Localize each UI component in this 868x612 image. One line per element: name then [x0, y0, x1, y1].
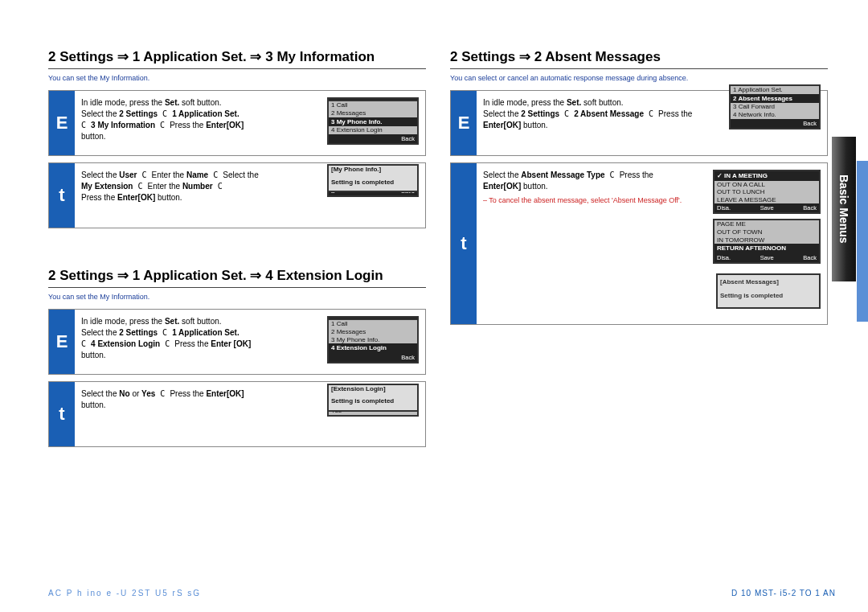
s2-step2-text: Select the No or Yes C Press the Enter[O… — [81, 388, 300, 440]
s2-step2: t Select the No or Yes C Press the Enter… — [48, 381, 426, 447]
step-side: E — [49, 91, 75, 155]
side-accent — [857, 161, 868, 322]
lcd-screen: [Extension Login] Setting is completed — [327, 384, 419, 412]
section2-title: 2 Settings ⇒ 1 Application Set. ⇒ 4 Exte… — [48, 267, 426, 288]
lcd-screen: [My Phone Info.] Setting is completed — [327, 164, 419, 192]
section2-blurb: You can set the My Information. — [48, 293, 426, 301]
s1-step2-text: Select the User C Enter the Name C Selec… — [81, 170, 300, 221]
s2-step1: E In idle mode, press the Set. soft butt… — [48, 309, 426, 375]
s1-step1: E In idle mode, press the Set. soft butt… — [48, 90, 426, 156]
lcd-screen: 1 Call 2 Messages 3 My Phone Info. 4 Ext… — [327, 318, 419, 363]
page-footer: AC P h ino e -U 2ST U5 rS sG D 10 MST- i… — [48, 589, 836, 598]
lcd-screen: PAGE ME OUT OF TOWN IN TOMORROW RETURN A… — [713, 219, 821, 263]
s3-step2-text: Select the Absent Message Type C Press t… — [483, 170, 686, 318]
step-side: E — [49, 310, 75, 374]
s3-step1-text: In idle mode, press the Set. soft button… — [483, 97, 702, 149]
section1-title: 2 Settings ⇒ 1 Application Set. ⇒ 3 My I… — [48, 48, 426, 69]
section1-blurb: You can set the My Information. — [48, 74, 426, 82]
lcd-screen: 1 Application Set. 2 Absent Messages 3 C… — [729, 84, 821, 129]
lcd-screen: [Absent Messages] Setting is completed — [716, 273, 821, 309]
s2-step1-text: In idle mode, press the Set. soft button… — [81, 316, 300, 368]
step-side: t — [49, 163, 75, 228]
cancel-note: – To cancel the absent message, select '… — [483, 195, 686, 206]
s3-step2: t Select the Absent Message Type C Press… — [450, 162, 828, 325]
footer-right: D 10 MST- i5-2 TO 1 AN — [731, 589, 836, 598]
footer-left: AC P h ino e -U 2ST U5 rS sG — [48, 589, 201, 598]
section3-title: 2 Settings ⇒ 2 Absent Messages — [450, 48, 828, 69]
section3-blurb: You can select or cancel an automatic re… — [450, 74, 828, 82]
step-side: t — [451, 163, 477, 324]
step-side: t — [49, 382, 75, 446]
s1-step1-text: In idle mode, press the Set. soft button… — [81, 97, 300, 149]
s1-step2: t Select the User C Enter the Name C Sel… — [48, 162, 426, 228]
lcd-screen: 1 Call 2 Messages 3 My Phone Info. 4 Ext… — [327, 100, 419, 144]
side-tab: Basic Menus — [832, 137, 856, 281]
lcd-screen: IN A MEETING OUT ON A CALL OUT TO LUNCH … — [713, 170, 821, 214]
s3-step1: E In idle mode, press the Set. soft butt… — [450, 90, 828, 156]
step-side: E — [451, 91, 477, 155]
